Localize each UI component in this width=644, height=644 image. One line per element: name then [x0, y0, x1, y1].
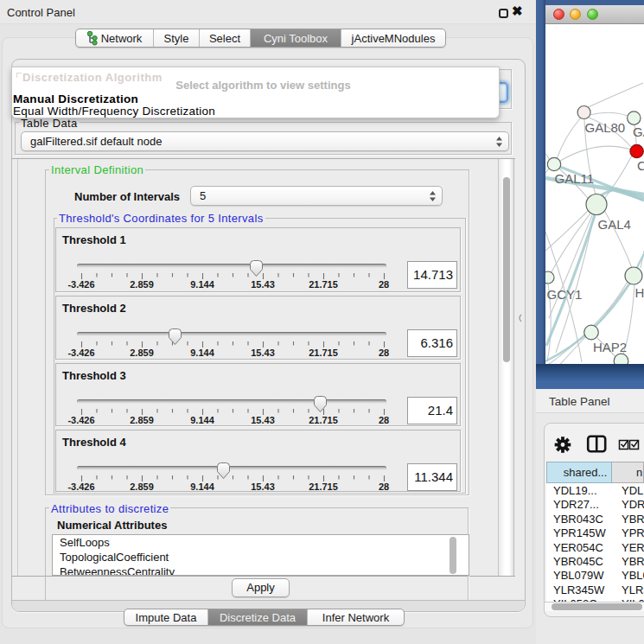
- svg-text:GAL80: GAL80: [585, 120, 626, 135]
- svg-text:HAP2: HAP2: [593, 340, 627, 354]
- svg-text:GAL11: GAL11: [555, 171, 595, 186]
- svg-text:GCY1: GCY1: [547, 287, 583, 302]
- svg-text:GAL4: GAL4: [598, 217, 631, 232]
- svg-text:C: C: [637, 158, 644, 173]
- svg-text:H: H: [635, 285, 644, 300]
- svg-text:GA: GA: [633, 124, 644, 139]
